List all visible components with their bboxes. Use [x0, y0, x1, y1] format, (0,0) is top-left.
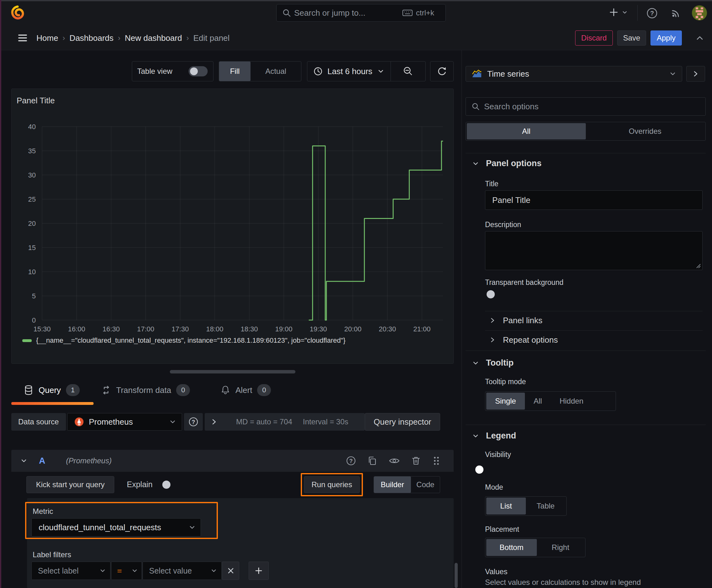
options-search-input[interactable] — [484, 102, 672, 111]
tooltip-mode-single[interactable]: Single — [486, 393, 525, 410]
duplicate-icon[interactable] — [367, 456, 377, 466]
table-view-label: Table view — [137, 67, 172, 76]
datasource-help-button[interactable]: ? — [184, 413, 203, 430]
legend-placement-right[interactable]: Right — [537, 539, 584, 556]
panel-links-section[interactable]: Panel links — [490, 314, 542, 327]
legend-placement-label: Placement — [485, 525, 519, 534]
global-search[interactable]: ctrl+k — [276, 4, 446, 22]
svg-text:20: 20 — [28, 219, 36, 227]
remove-filter-button[interactable] — [222, 562, 239, 580]
visualization-picker[interactable]: Time series — [466, 66, 682, 82]
select-value-dropdown[interactable]: Select value — [143, 562, 222, 580]
grafana-logo[interactable] — [11, 5, 25, 20]
query-row-header[interactable]: A (Prometheus) ? — [11, 450, 454, 472]
chevron-down-icon[interactable] — [20, 457, 28, 465]
tab-overrides[interactable]: Overrides — [586, 123, 705, 140]
active-tab-indicator — [11, 402, 93, 405]
panel-resize-handle[interactable] — [170, 370, 296, 374]
options-search[interactable] — [466, 97, 706, 115]
legend-mode-list[interactable]: List — [486, 498, 526, 514]
table-view-toggle[interactable] — [189, 66, 208, 76]
actual-option[interactable]: Actual — [251, 62, 301, 81]
select-label-placeholder: Select label — [38, 566, 79, 575]
svg-text:19:00: 19:00 — [275, 325, 292, 333]
time-range-picker[interactable]: Last 6 hours — [307, 61, 426, 81]
tab-alert[interactable]: Alert 0 — [220, 381, 271, 400]
svg-text:15:30: 15:30 — [33, 325, 50, 333]
transform-icon — [101, 385, 111, 395]
scrollbar[interactable] — [455, 563, 458, 588]
discard-button[interactable]: Discard — [575, 30, 613, 45]
tooltip-header[interactable]: Tooltip — [472, 358, 514, 368]
legend-placement-bottom[interactable]: Bottom — [486, 539, 537, 556]
chevron-right-icon[interactable] — [211, 418, 217, 426]
menu-icon[interactable] — [17, 33, 28, 43]
apply-button[interactable]: Apply — [650, 30, 682, 45]
code-option[interactable]: Code — [411, 477, 440, 493]
help-icon[interactable]: ? — [346, 456, 356, 466]
sidebar-divider — [461, 50, 462, 588]
tab-transform[interactable]: Transform data 0 — [101, 381, 190, 400]
metric-select[interactable]: cloudflared_tunnel_total_requests — [31, 518, 201, 537]
datasource-picker[interactable]: Prometheus — [67, 413, 182, 430]
tab-all[interactable]: All — [467, 123, 586, 140]
operator-dropdown[interactable]: = — [111, 562, 142, 580]
run-queries-button[interactable]: Run queries — [304, 476, 360, 493]
breadcrumb-bar: Home › Dashboards › New dashboard › Edit… — [0, 26, 712, 50]
tab-query[interactable]: Query 1 — [24, 381, 80, 400]
tooltip-mode-all[interactable]: All — [525, 393, 551, 410]
svg-text:19:30: 19:30 — [309, 325, 327, 333]
refresh-button[interactable] — [430, 61, 454, 81]
add-filter-button[interactable] — [249, 562, 269, 580]
save-button[interactable]: Save — [617, 30, 646, 45]
svg-text:35: 35 — [28, 147, 36, 155]
trash-icon[interactable] — [411, 456, 421, 466]
svg-text:30: 30 — [28, 171, 36, 179]
zoom-out-icon[interactable] — [403, 66, 414, 77]
panel-options-header[interactable]: Panel options — [472, 159, 542, 168]
breadcrumb-edit-panel: Edit panel — [193, 33, 230, 43]
news-rss-icon[interactable] — [670, 7, 682, 19]
drag-grip-icon[interactable] — [432, 455, 441, 466]
tooltip-mode-hidden[interactable]: Hidden — [551, 393, 592, 410]
repeat-options-section[interactable]: Repeat options — [490, 334, 558, 346]
legend-mode-table[interactable]: Table — [526, 498, 565, 514]
datasource-name: Prometheus — [89, 417, 133, 427]
tab-alert-label: Alert — [235, 385, 252, 395]
query-datasource-hint: (Prometheus) — [66, 456, 111, 465]
panel-title-input[interactable] — [485, 190, 703, 210]
eye-icon[interactable] — [388, 456, 400, 466]
help-icon[interactable]: ? — [646, 7, 658, 19]
chevron-right-icon — [490, 317, 495, 324]
legend-header[interactable]: Legend — [472, 431, 516, 441]
query-ref-id[interactable]: A — [39, 456, 45, 466]
description-textarea[interactable] — [485, 231, 703, 270]
breadcrumb-new-dashboard[interactable]: New dashboard — [125, 33, 182, 43]
search-input[interactable] — [294, 4, 398, 21]
svg-text:17:30: 17:30 — [171, 325, 189, 333]
query-inspector-button[interactable]: Query inspector — [365, 413, 440, 430]
select-label-dropdown[interactable]: Select label — [31, 562, 110, 580]
chart-legend[interactable]: {__name__="cloudflared_tunnel_total_requ… — [22, 336, 346, 344]
kick-start-query-button[interactable]: Kick start your query — [26, 476, 114, 493]
breadcrumb-dashboards[interactable]: Dashboards — [69, 33, 113, 43]
time-series-chart[interactable]: 051015202530354015:3016:0016:3017:0017:3… — [12, 89, 453, 363]
fill-option[interactable]: Fill — [219, 62, 251, 81]
chevron-down-icon — [189, 524, 196, 531]
breadcrumb-home[interactable]: Home — [37, 33, 58, 43]
add-button[interactable] — [608, 7, 628, 18]
select-value-placeholder: Select value — [149, 566, 192, 575]
divider — [466, 153, 706, 153]
timeseries-viz-icon — [472, 69, 482, 78]
builder-option[interactable]: Builder — [374, 477, 411, 493]
visualization-name: Time series — [487, 69, 529, 79]
legend-values-help: Select values or calculations to show in… — [485, 578, 641, 587]
window-top-edge — [0, 0, 712, 1]
chevron-up-icon[interactable] — [694, 33, 705, 43]
search-icon — [472, 102, 480, 110]
collapse-options-button[interactable] — [686, 66, 705, 82]
chevron-right-icon: › — [182, 34, 193, 42]
svg-text:5: 5 — [32, 292, 36, 300]
chevron-down-icon — [377, 68, 384, 75]
user-avatar[interactable] — [692, 5, 707, 20]
